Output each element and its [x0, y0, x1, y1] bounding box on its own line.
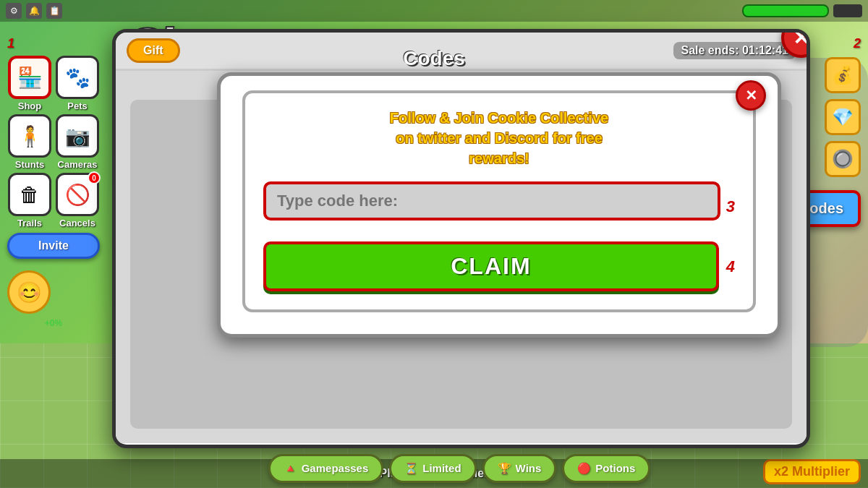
gamepasses-tab[interactable]: 🔺 Gamepasses — [268, 454, 384, 483]
stunts-button[interactable]: 🧍 — [8, 114, 51, 158]
sidebar-item-cancels: 🚫 0 Cancels — [55, 173, 100, 228]
trails-button[interactable]: 🗑 — [8, 173, 51, 216]
sale-timer: Sale ends: 01:12:41 — [673, 42, 796, 59]
sidebar-grid: 🏪 Shop 🐾 Pets 🧍 Stunts 📷 Cameras 🗑 Trail… — [7, 56, 100, 228]
code-input-field[interactable] — [277, 192, 707, 210]
codes-dialog-inner: ✕ Follow & Join Cookie Collectiveon twit… — [242, 90, 756, 312]
more-btn[interactable] — [833, 4, 862, 17]
shop-label: Shop — [18, 100, 42, 111]
limited-icon: ⏳ — [404, 462, 418, 475]
bell-icon[interactable]: 🔔 — [26, 3, 42, 19]
pets-label: Pets — [67, 100, 87, 111]
codes-dialog-close-button[interactable]: ✕ — [736, 80, 766, 111]
potions-label: Potions — [595, 462, 635, 474]
invite-button[interactable]: Invite — [7, 233, 100, 259]
codes-title: Codes — [403, 47, 465, 70]
top-bar-right — [742, 4, 862, 17]
sidebar-item-pets: 🐾 Pets — [55, 56, 100, 111]
sidebar-item-cameras: 📷 Cameras — [55, 114, 100, 170]
limited-label: Limited — [422, 462, 461, 474]
cameras-label: Cameras — [58, 159, 98, 170]
clipboard-icon[interactable]: 📋 — [46, 3, 62, 19]
gift-button[interactable]: Gift — [127, 38, 180, 63]
avatar-container: 😊 +0% — [7, 270, 100, 314]
code-input-row: 3 — [263, 181, 735, 231]
cancels-label: Cancels — [59, 218, 95, 228]
potions-tab[interactable]: 🔴 Potions — [562, 454, 650, 483]
gamepasses-label: Gamepasses — [302, 462, 369, 474]
claim-row: CLAIM 4 — [263, 241, 735, 291]
stunts-label: Stunts — [15, 159, 44, 170]
wins-tab[interactable]: 🏆 Wins — [482, 454, 557, 483]
promo-text-content: Follow & Join Cookie Collectiveon twitte… — [390, 110, 608, 166]
trails-label: Trails — [17, 218, 42, 228]
step4-label: 4 — [726, 257, 735, 276]
avatar-bonus-label: +0% — [45, 318, 62, 328]
sidebar-step-label: 1 — [7, 36, 100, 51]
pets-button[interactable]: 🐾 — [56, 56, 99, 99]
code-input-wrapper — [263, 181, 720, 221]
cancels-badge: 0 — [88, 171, 101, 184]
coin-icon-button[interactable]: 💰 — [825, 57, 861, 93]
sidebar-item-trails: 🗑 Trails — [7, 173, 52, 228]
gamepasses-icon: 🔺 — [284, 462, 297, 475]
gem-icon-button[interactable]: 💎 — [825, 99, 861, 135]
step3-label: 3 — [726, 197, 735, 216]
bottom-tabs: 🔺 Gamepasses ⏳ Limited 🏆 Wins 🔴 Potions — [101, 448, 817, 488]
shop-button[interactable]: 🏪 — [8, 56, 51, 99]
promo-text: Follow & Join Cookie Collectiveon twitte… — [263, 108, 735, 168]
sidebar-item-stunts: 🧍 Stunts — [7, 114, 52, 170]
cameras-button[interactable]: 📷 — [56, 114, 99, 158]
codes-dialog: ✕ Follow & Join Cookie Collectiveon twit… — [217, 72, 781, 338]
wins-label: Wins — [516, 462, 542, 474]
limited-tab[interactable]: ⏳ Limited — [389, 454, 476, 483]
potions-icon: 🔴 — [577, 462, 591, 475]
settings-icon[interactable]: ⚙ — [6, 3, 22, 19]
codes-close-x-icon: ✕ — [745, 87, 757, 104]
left-sidebar: 1 🏪 Shop 🐾 Pets 🧍 Stunts 📷 Cameras 🗑 Tra… — [7, 36, 100, 314]
sidebar-item-shop: 🏪 Shop — [7, 56, 52, 111]
right-step-label: 2 — [854, 36, 861, 51]
gear-icon-button[interactable]: 🔘 — [825, 141, 861, 177]
health-bar — [742, 4, 829, 17]
cancels-button[interactable]: 🚫 0 — [56, 173, 99, 216]
avatar-button[interactable]: 😊 — [7, 270, 51, 314]
claim-button[interactable]: CLAIM — [263, 241, 719, 291]
wins-icon: 🏆 — [498, 462, 511, 475]
